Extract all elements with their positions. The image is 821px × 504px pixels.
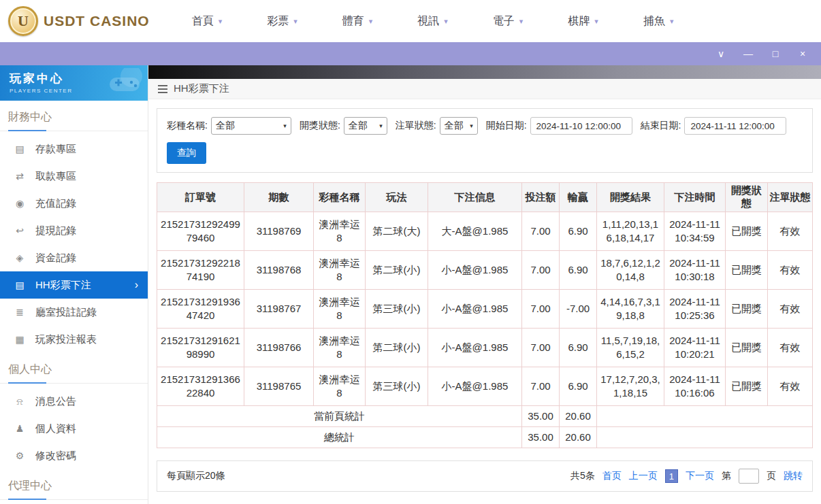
nav-item[interactable]: 彩票▾: [267, 14, 297, 29]
bell-icon: ⍾: [14, 396, 26, 407]
sidebar-item-deposit[interactable]: ▤存款專區: [0, 135, 148, 163]
bet-info-cell: 小-A盤@1.985: [428, 329, 522, 367]
order-status-select[interactable]: 全部 ▾: [440, 117, 478, 135]
summary-bet-amount-cell: 35.00: [522, 427, 560, 448]
chevron-down-icon: ▾: [594, 17, 598, 26]
sidebar-item-hall-bet-record[interactable]: ≣廳室投註記錄: [0, 299, 148, 326]
start-date-input[interactable]: [530, 117, 632, 135]
draw-status-cell: 已開獎: [726, 290, 768, 329]
first-page-link[interactable]: 首页: [602, 470, 622, 482]
play-method-cell: 第二球(大): [366, 212, 428, 251]
top-shadow-band: [148, 65, 821, 79]
jump-prefix-label: 第: [722, 470, 731, 482]
page-title: HH彩票下注: [174, 82, 229, 95]
jump-page-input[interactable]: [739, 469, 759, 484]
nav-item[interactable]: 捕魚▾: [643, 14, 674, 29]
table-row: 215217312916219899031198766澳洲幸运8第二球(小)小-…: [157, 329, 813, 367]
table-row: 215217312922187419031198768澳洲幸运8第二球(小)小-…: [157, 251, 813, 290]
chevron-down-icon: ▾: [293, 17, 297, 26]
draw-result-cell: 1,11,20,13,16,18,14,17: [597, 212, 664, 251]
sidebar-item-change-password[interactable]: ⚙修改密碼: [0, 442, 148, 469]
order-status-cell: 有效: [768, 329, 813, 367]
chevron-down-icon: ▾: [670, 17, 674, 26]
win-loss-cell: 6.90: [560, 329, 597, 367]
column-header: 注單狀態: [768, 183, 813, 212]
search-button[interactable]: 查詢: [167, 142, 206, 164]
draw-status-cell: 已開獎: [726, 251, 768, 290]
sidebar-item-funds-record[interactable]: ◈資金記錄: [0, 244, 148, 271]
gear-icon: ⚙: [14, 450, 26, 461]
sidebar: 玩家中心 PLAYERS CENTER 財務中心▤存款專區⇄取款專區◉充值記錄↩…: [0, 65, 148, 504]
prev-page-link[interactable]: 上一页: [629, 470, 658, 482]
draw-status-cell: 已開獎: [726, 212, 768, 251]
end-date-label: 結束日期:: [641, 120, 681, 132]
summary-win-loss-cell: 20.60: [560, 427, 597, 448]
hamburger-menu-icon[interactable]: [158, 85, 167, 93]
nav-item[interactable]: 首頁▾: [192, 14, 223, 29]
nav-item[interactable]: 體育▾: [342, 14, 373, 29]
draw-status-select[interactable]: 全部 ▾: [344, 117, 387, 135]
sidebar-item-profile[interactable]: ♟個人資料: [0, 415, 148, 442]
table-row: 215217312924997946031198769澳洲幸运8第二球(大)大-…: [157, 212, 813, 251]
nav-item-label: 彩票: [267, 14, 289, 29]
minimize-icon[interactable]: —: [739, 49, 757, 58]
nav-item-label: 視訊: [417, 14, 439, 29]
nav-item[interactable]: 棋牌▾: [568, 14, 598, 29]
sidebar-item-label: 存款專區: [35, 143, 76, 156]
sidebar-section-header: 代理中心: [0, 469, 148, 500]
gamepad-icon: [104, 68, 144, 95]
usdt-coin-icon: U: [8, 6, 38, 36]
nav-item[interactable]: 視訊▾: [417, 14, 448, 29]
sidebar-item-hh-lottery-bet[interactable]: ▤HH彩票下注›: [0, 271, 148, 299]
bet-amount-cell: 7.00: [522, 251, 560, 290]
play-method-cell: 第三球(小): [366, 290, 428, 329]
period-cell: 31198767: [244, 290, 314, 329]
bet-time-cell: 2024-11-11 10:34:59: [664, 212, 726, 251]
sidebar-item-label: 廳室投註記錄: [35, 306, 97, 319]
sidebar-item-label: HH彩票下注: [35, 279, 91, 292]
table-body: 215217312924997946031198769澳洲幸运8第二球(大)大-…: [157, 212, 813, 448]
nav-item[interactable]: 電子▾: [493, 14, 524, 29]
sidebar-section-header: 個人中心: [0, 353, 148, 384]
sidebar-item-recharge-record[interactable]: ◉充值記錄: [0, 190, 148, 217]
end-date-input[interactable]: [684, 117, 786, 135]
sidebar-item-withdraw[interactable]: ⇄取款專區: [0, 163, 148, 190]
nav-item-label: 電子: [493, 14, 515, 29]
sidebar-item-notice[interactable]: ⍾消息公告: [0, 388, 148, 415]
page-summary-row: 當前頁統計35.0020.60: [157, 406, 813, 427]
nav-item-label: 體育: [342, 14, 364, 29]
win-loss-cell: 6.90: [560, 367, 597, 406]
hall-bet-record-icon: ≣: [14, 307, 26, 318]
lottery-name-label: 彩種名稱:: [167, 120, 208, 132]
summary-label-cell: 總統計: [157, 427, 522, 448]
sidebar-item-withdrawal-record[interactable]: ↩提現記錄: [0, 217, 148, 244]
lottery-name-select[interactable]: 全部 ▾: [211, 117, 291, 135]
bet-time-cell: 2024-11-11 10:25:36: [664, 290, 726, 329]
summary-empty-cell: [597, 406, 813, 427]
current-page-indicator[interactable]: 1: [665, 469, 678, 483]
table-row: 215217312919364742031198767澳洲幸运8第三球(小)小-…: [157, 290, 813, 329]
brand-name: USDT CASINO: [44, 13, 150, 29]
order-status-cell: 有效: [768, 212, 813, 251]
order-status-value: 全部: [445, 120, 464, 132]
draw-result-cell: 18,7,6,12,1,20,14,8: [597, 251, 664, 290]
chevron-down-icon[interactable]: ∨: [712, 49, 730, 58]
coin-letter: U: [18, 12, 29, 30]
sidebar-item-label: 玩家投注報表: [35, 333, 97, 346]
chevron-down-icon: ▾: [369, 17, 373, 26]
jump-button[interactable]: 跳转: [784, 470, 803, 482]
next-page-link[interactable]: 下一页: [686, 470, 714, 482]
brand-logo[interactable]: U USDT CASINO: [8, 6, 150, 36]
bet-time-cell: 2024-11-11 10:20:21: [664, 329, 726, 367]
filter-panel: 彩種名稱: 全部 ▾ 開獎狀態: 全部 ▾ 注單狀態: 全部: [157, 108, 813, 173]
bet-time-cell: 2024-11-11 10:30:18: [664, 251, 726, 290]
draw-status-value: 全部: [349, 120, 368, 132]
chevron-down-icon: ▾: [379, 122, 383, 129]
sidebar-item-player-bet-report[interactable]: ▦玩家投注報表: [0, 326, 148, 353]
order-id-cell: 2152173129193647420: [157, 290, 244, 329]
summary-empty-cell: [597, 427, 813, 448]
bet-info-cell: 大-A盤@1.985: [428, 212, 522, 251]
close-icon[interactable]: ×: [794, 49, 811, 58]
chevron-down-icon: ▾: [470, 122, 473, 129]
maximize-icon[interactable]: □: [767, 49, 784, 58]
